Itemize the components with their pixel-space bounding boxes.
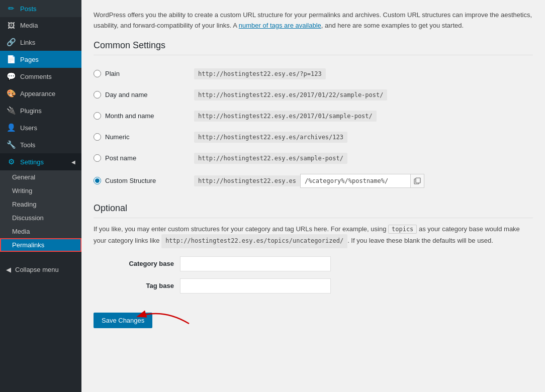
month-name-row: Month and name http://hostingtest22.esy.… xyxy=(94,106,533,127)
plain-row: Plain http://hostingtest22.esy.es/?p=123 xyxy=(94,63,533,84)
sidebar: ✏ Posts 🖼 Media 🔗 Links 📄 Pages 💬 Commen… xyxy=(0,0,81,392)
sidebar-item-media[interactable]: 🖼 Media xyxy=(0,17,81,34)
post-name-radio[interactable] xyxy=(94,154,101,162)
numeric-radio[interactable] xyxy=(94,133,101,141)
sidebar-item-label: Tools xyxy=(20,141,35,149)
day-name-label-text: Day and name xyxy=(105,91,148,99)
month-name-radio[interactable] xyxy=(94,112,101,120)
submenu-discussion[interactable]: Discussion xyxy=(0,211,81,225)
comments-icon: 💬 xyxy=(6,72,16,81)
sidebar-item-label: Settings xyxy=(20,158,44,166)
submenu-general[interactable]: General xyxy=(0,170,81,184)
tools-icon: 🔧 xyxy=(6,140,16,149)
collapse-icon: ◀ xyxy=(6,266,11,273)
numeric-label-text: Numeric xyxy=(105,133,129,141)
sidebar-item-label: Comments xyxy=(20,73,52,80)
sidebar-item-links[interactable]: 🔗 Links xyxy=(0,34,81,51)
custom-label[interactable]: Custom Structure xyxy=(94,177,186,184)
copy-url-button[interactable] xyxy=(411,174,424,188)
appearance-icon: 🎨 xyxy=(6,89,16,98)
day-name-label[interactable]: Day and name xyxy=(94,91,186,99)
numeric-label[interactable]: Numeric xyxy=(94,133,186,141)
custom-url-input[interactable] xyxy=(300,174,411,188)
sidebar-item-label: Pages xyxy=(20,56,39,63)
sidebar-item-appearance[interactable]: 🎨 Appearance xyxy=(0,85,81,102)
save-changes-button[interactable]: Save Changes xyxy=(94,313,152,328)
intro-paragraph: WordPress offers you the ability to crea… xyxy=(94,10,533,31)
custom-label-text: Custom Structure xyxy=(105,177,156,184)
topics-badge: topics xyxy=(388,225,417,234)
sidebar-item-comments[interactable]: 💬 Comments xyxy=(0,68,81,85)
optional-example-url: http://hostingtest22.esy.es/topics/uncat… xyxy=(161,234,347,248)
plain-radio[interactable] xyxy=(94,70,101,77)
post-name-label[interactable]: Post name xyxy=(94,154,186,162)
plain-url: http://hostingtest22.esy.es/?p=123 xyxy=(194,68,326,79)
numeric-url: http://hostingtest22.esy.es/archives/123 xyxy=(194,132,347,143)
custom-url-row: http://hostingtest22.esy.es xyxy=(194,174,533,188)
submenu-permalinks[interactable]: Permalinks xyxy=(0,238,81,252)
settings-arrow: ◀ xyxy=(71,159,75,165)
sidebar-item-label: Appearance xyxy=(20,90,55,97)
optional-desc-before: If you like, you may enter custom struct… xyxy=(94,225,388,233)
category-base-label: Category base xyxy=(94,260,174,267)
users-icon: 👤 xyxy=(6,123,16,132)
optional-desc: If you like, you may enter custom struct… xyxy=(94,224,533,248)
intro-text-after: , and here are some examples to get you … xyxy=(321,22,464,29)
sidebar-item-settings[interactable]: ⚙ Settings ◀ xyxy=(0,153,81,170)
month-name-label-text: Month and name xyxy=(105,112,154,120)
collapse-label: Collapse menu xyxy=(15,266,59,273)
category-base-input[interactable] xyxy=(180,256,331,271)
settings-icon: ⚙ xyxy=(6,157,16,166)
custom-radio[interactable] xyxy=(94,177,101,184)
month-name-label[interactable]: Month and name xyxy=(94,112,186,120)
day-name-row: Day and name http://hostingtest22.esy.es… xyxy=(94,84,533,106)
copy-icon xyxy=(414,177,421,184)
tags-available-link[interactable]: number of tags are available xyxy=(239,22,321,29)
sidebar-item-label: Plugins xyxy=(20,107,42,115)
svg-rect-1 xyxy=(416,178,420,183)
optional-desc-end: . If you leave these blank the defaults … xyxy=(347,237,493,244)
main-content: WordPress offers you the ability to crea… xyxy=(81,0,545,392)
tag-base-row: Tag base xyxy=(94,278,533,293)
custom-url-left: http://hostingtest22.esy.es xyxy=(194,175,300,186)
settings-submenu: General Writing Reading Discussion Media… xyxy=(0,170,81,252)
permalink-options-table: Plain http://hostingtest22.esy.es/?p=123… xyxy=(94,63,533,193)
pages-icon: 📄 xyxy=(6,55,16,64)
submenu-writing[interactable]: Writing xyxy=(0,184,81,198)
posts-icon: ✏ xyxy=(6,4,16,13)
month-name-url: http://hostingtest22.esy.es/2017/01/samp… xyxy=(194,111,377,122)
save-section: Save Changes xyxy=(94,309,152,328)
plain-label[interactable]: Plain xyxy=(94,70,186,77)
post-name-label-text: Post name xyxy=(105,154,136,162)
sidebar-item-users[interactable]: 👤 Users xyxy=(0,119,81,136)
links-icon: 🔗 xyxy=(6,38,16,47)
common-settings-title: Common Settings xyxy=(94,40,533,55)
post-name-url: http://hostingtest22.esy.es/sample-post/ xyxy=(194,153,347,164)
post-name-row: Post name http://hostingtest22.esy.es/sa… xyxy=(94,148,533,169)
tag-base-label: Tag base xyxy=(94,282,174,289)
sidebar-item-label: Users xyxy=(20,124,37,132)
category-base-row: Category base xyxy=(94,256,533,271)
day-name-url: http://hostingtest22.esy.es/2017/01/22/s… xyxy=(194,89,387,101)
media-icon: 🖼 xyxy=(6,21,16,30)
submenu-reading[interactable]: Reading xyxy=(0,198,81,211)
custom-structure-row: Custom Structure http://hostingtest22.es… xyxy=(94,169,533,193)
tag-base-input[interactable] xyxy=(180,278,331,293)
sidebar-item-tools[interactable]: 🔧 Tools xyxy=(0,136,81,153)
collapse-menu[interactable]: ◀ Collapse menu xyxy=(0,262,81,277)
sidebar-item-posts[interactable]: ✏ Posts xyxy=(0,0,81,17)
submenu-media[interactable]: Media xyxy=(0,225,81,238)
sidebar-item-pages[interactable]: 📄 Pages xyxy=(0,51,81,68)
plugins-icon: 🔌 xyxy=(6,106,16,115)
sidebar-item-label: Links xyxy=(20,39,35,46)
plain-label-text: Plain xyxy=(105,70,120,77)
optional-title: Optional xyxy=(94,203,533,218)
day-name-radio[interactable] xyxy=(94,91,101,99)
sidebar-item-label: Posts xyxy=(20,5,37,13)
numeric-row: Numeric http://hostingtest22.esy.es/arch… xyxy=(94,127,533,148)
sidebar-item-plugins[interactable]: 🔌 Plugins xyxy=(0,102,81,119)
sidebar-item-label: Media xyxy=(20,22,38,29)
